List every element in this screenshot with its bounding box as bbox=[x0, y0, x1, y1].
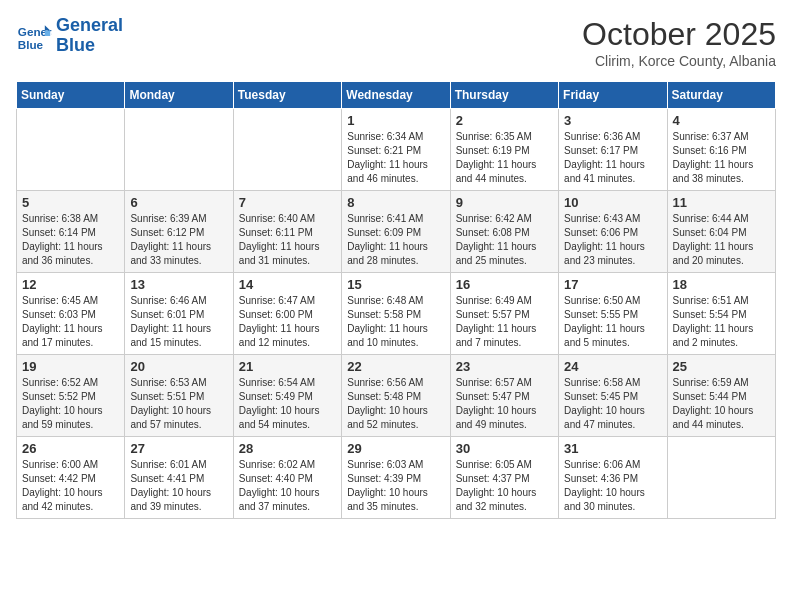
weekday-header-cell: Tuesday bbox=[233, 82, 341, 109]
calendar-cell: 27Sunrise: 6:01 AM Sunset: 4:41 PM Dayli… bbox=[125, 437, 233, 519]
calendar-cell: 18Sunrise: 6:51 AM Sunset: 5:54 PM Dayli… bbox=[667, 273, 775, 355]
calendar-cell: 24Sunrise: 6:58 AM Sunset: 5:45 PM Dayli… bbox=[559, 355, 667, 437]
day-info: Sunrise: 6:45 AM Sunset: 6:03 PM Dayligh… bbox=[22, 294, 119, 350]
svg-marker-3 bbox=[45, 30, 50, 35]
title-block: October 2025 Clirim, Korce County, Alban… bbox=[582, 16, 776, 69]
calendar-cell: 31Sunrise: 6:06 AM Sunset: 4:36 PM Dayli… bbox=[559, 437, 667, 519]
calendar-week-row: 19Sunrise: 6:52 AM Sunset: 5:52 PM Dayli… bbox=[17, 355, 776, 437]
calendar-cell: 11Sunrise: 6:44 AM Sunset: 6:04 PM Dayli… bbox=[667, 191, 775, 273]
calendar-cell: 1Sunrise: 6:34 AM Sunset: 6:21 PM Daylig… bbox=[342, 109, 450, 191]
day-number: 25 bbox=[673, 359, 770, 374]
day-number: 27 bbox=[130, 441, 227, 456]
calendar-cell: 28Sunrise: 6:02 AM Sunset: 4:40 PM Dayli… bbox=[233, 437, 341, 519]
day-number: 15 bbox=[347, 277, 444, 292]
day-number: 16 bbox=[456, 277, 553, 292]
calendar-cell: 6Sunrise: 6:39 AM Sunset: 6:12 PM Daylig… bbox=[125, 191, 233, 273]
day-info: Sunrise: 6:51 AM Sunset: 5:54 PM Dayligh… bbox=[673, 294, 770, 350]
day-number: 5 bbox=[22, 195, 119, 210]
day-number: 4 bbox=[673, 113, 770, 128]
calendar-cell: 29Sunrise: 6:03 AM Sunset: 4:39 PM Dayli… bbox=[342, 437, 450, 519]
day-number: 29 bbox=[347, 441, 444, 456]
day-number: 22 bbox=[347, 359, 444, 374]
day-info: Sunrise: 6:34 AM Sunset: 6:21 PM Dayligh… bbox=[347, 130, 444, 186]
location-subtitle: Clirim, Korce County, Albania bbox=[582, 53, 776, 69]
day-number: 24 bbox=[564, 359, 661, 374]
day-number: 8 bbox=[347, 195, 444, 210]
weekday-header-cell: Friday bbox=[559, 82, 667, 109]
calendar-week-row: 12Sunrise: 6:45 AM Sunset: 6:03 PM Dayli… bbox=[17, 273, 776, 355]
day-info: Sunrise: 6:41 AM Sunset: 6:09 PM Dayligh… bbox=[347, 212, 444, 268]
day-number: 14 bbox=[239, 277, 336, 292]
logo: General Blue General Blue bbox=[16, 16, 123, 56]
calendar-cell bbox=[233, 109, 341, 191]
day-number: 20 bbox=[130, 359, 227, 374]
calendar-cell: 3Sunrise: 6:36 AM Sunset: 6:17 PM Daylig… bbox=[559, 109, 667, 191]
day-info: Sunrise: 6:35 AM Sunset: 6:19 PM Dayligh… bbox=[456, 130, 553, 186]
weekday-header-row: SundayMondayTuesdayWednesdayThursdayFrid… bbox=[17, 82, 776, 109]
logo-text: General Blue bbox=[56, 16, 123, 56]
calendar-cell: 10Sunrise: 6:43 AM Sunset: 6:06 PM Dayli… bbox=[559, 191, 667, 273]
day-info: Sunrise: 6:44 AM Sunset: 6:04 PM Dayligh… bbox=[673, 212, 770, 268]
weekday-header-cell: Thursday bbox=[450, 82, 558, 109]
calendar-cell bbox=[17, 109, 125, 191]
weekday-header-cell: Sunday bbox=[17, 82, 125, 109]
day-info: Sunrise: 6:39 AM Sunset: 6:12 PM Dayligh… bbox=[130, 212, 227, 268]
weekday-header-cell: Wednesday bbox=[342, 82, 450, 109]
day-number: 30 bbox=[456, 441, 553, 456]
day-info: Sunrise: 6:42 AM Sunset: 6:08 PM Dayligh… bbox=[456, 212, 553, 268]
calendar-cell: 16Sunrise: 6:49 AM Sunset: 5:57 PM Dayli… bbox=[450, 273, 558, 355]
calendar-table: SundayMondayTuesdayWednesdayThursdayFrid… bbox=[16, 81, 776, 519]
calendar-cell: 13Sunrise: 6:46 AM Sunset: 6:01 PM Dayli… bbox=[125, 273, 233, 355]
calendar-cell: 20Sunrise: 6:53 AM Sunset: 5:51 PM Dayli… bbox=[125, 355, 233, 437]
day-info: Sunrise: 6:53 AM Sunset: 5:51 PM Dayligh… bbox=[130, 376, 227, 432]
day-number: 28 bbox=[239, 441, 336, 456]
day-number: 17 bbox=[564, 277, 661, 292]
calendar-cell bbox=[125, 109, 233, 191]
month-title: October 2025 bbox=[582, 16, 776, 53]
day-number: 13 bbox=[130, 277, 227, 292]
page-header: General Blue General Blue October 2025 C… bbox=[16, 16, 776, 69]
day-number: 18 bbox=[673, 277, 770, 292]
calendar-week-row: 1Sunrise: 6:34 AM Sunset: 6:21 PM Daylig… bbox=[17, 109, 776, 191]
day-info: Sunrise: 6:58 AM Sunset: 5:45 PM Dayligh… bbox=[564, 376, 661, 432]
day-info: Sunrise: 6:56 AM Sunset: 5:48 PM Dayligh… bbox=[347, 376, 444, 432]
day-info: Sunrise: 6:40 AM Sunset: 6:11 PM Dayligh… bbox=[239, 212, 336, 268]
day-number: 7 bbox=[239, 195, 336, 210]
calendar-cell: 23Sunrise: 6:57 AM Sunset: 5:47 PM Dayli… bbox=[450, 355, 558, 437]
calendar-cell: 22Sunrise: 6:56 AM Sunset: 5:48 PM Dayli… bbox=[342, 355, 450, 437]
day-number: 31 bbox=[564, 441, 661, 456]
logo-line2: Blue bbox=[56, 35, 95, 55]
calendar-cell: 15Sunrise: 6:48 AM Sunset: 5:58 PM Dayli… bbox=[342, 273, 450, 355]
day-info: Sunrise: 6:02 AM Sunset: 4:40 PM Dayligh… bbox=[239, 458, 336, 514]
calendar-cell: 8Sunrise: 6:41 AM Sunset: 6:09 PM Daylig… bbox=[342, 191, 450, 273]
day-info: Sunrise: 6:54 AM Sunset: 5:49 PM Dayligh… bbox=[239, 376, 336, 432]
day-info: Sunrise: 6:59 AM Sunset: 5:44 PM Dayligh… bbox=[673, 376, 770, 432]
day-number: 19 bbox=[22, 359, 119, 374]
day-number: 21 bbox=[239, 359, 336, 374]
logo-icon: General Blue bbox=[16, 18, 52, 54]
day-info: Sunrise: 6:48 AM Sunset: 5:58 PM Dayligh… bbox=[347, 294, 444, 350]
day-info: Sunrise: 6:36 AM Sunset: 6:17 PM Dayligh… bbox=[564, 130, 661, 186]
day-number: 6 bbox=[130, 195, 227, 210]
day-number: 11 bbox=[673, 195, 770, 210]
day-info: Sunrise: 6:06 AM Sunset: 4:36 PM Dayligh… bbox=[564, 458, 661, 514]
calendar-cell: 2Sunrise: 6:35 AM Sunset: 6:19 PM Daylig… bbox=[450, 109, 558, 191]
calendar-cell: 5Sunrise: 6:38 AM Sunset: 6:14 PM Daylig… bbox=[17, 191, 125, 273]
day-info: Sunrise: 6:38 AM Sunset: 6:14 PM Dayligh… bbox=[22, 212, 119, 268]
day-info: Sunrise: 6:46 AM Sunset: 6:01 PM Dayligh… bbox=[130, 294, 227, 350]
day-number: 10 bbox=[564, 195, 661, 210]
calendar-cell: 19Sunrise: 6:52 AM Sunset: 5:52 PM Dayli… bbox=[17, 355, 125, 437]
calendar-cell: 25Sunrise: 6:59 AM Sunset: 5:44 PM Dayli… bbox=[667, 355, 775, 437]
calendar-cell: 17Sunrise: 6:50 AM Sunset: 5:55 PM Dayli… bbox=[559, 273, 667, 355]
day-number: 1 bbox=[347, 113, 444, 128]
calendar-cell bbox=[667, 437, 775, 519]
weekday-header-cell: Monday bbox=[125, 82, 233, 109]
calendar-cell: 9Sunrise: 6:42 AM Sunset: 6:08 PM Daylig… bbox=[450, 191, 558, 273]
day-info: Sunrise: 6:37 AM Sunset: 6:16 PM Dayligh… bbox=[673, 130, 770, 186]
day-number: 12 bbox=[22, 277, 119, 292]
day-info: Sunrise: 6:50 AM Sunset: 5:55 PM Dayligh… bbox=[564, 294, 661, 350]
day-info: Sunrise: 6:43 AM Sunset: 6:06 PM Dayligh… bbox=[564, 212, 661, 268]
day-info: Sunrise: 6:47 AM Sunset: 6:00 PM Dayligh… bbox=[239, 294, 336, 350]
day-info: Sunrise: 6:49 AM Sunset: 5:57 PM Dayligh… bbox=[456, 294, 553, 350]
day-info: Sunrise: 6:03 AM Sunset: 4:39 PM Dayligh… bbox=[347, 458, 444, 514]
